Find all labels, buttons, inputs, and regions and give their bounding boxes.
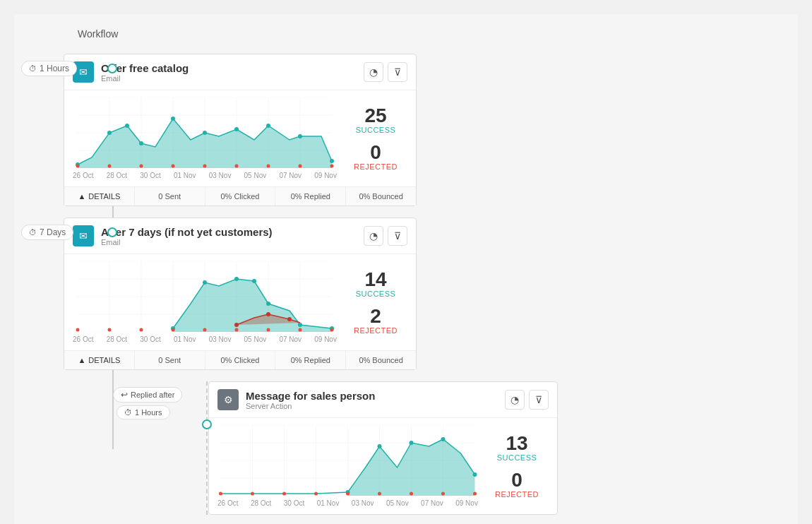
svg-point-80 bbox=[410, 441, 414, 445]
step2-details-btn[interactable]: ▲ DETAILS bbox=[64, 351, 135, 369]
svg-point-90 bbox=[441, 492, 445, 496]
step1-success-count: 25 bbox=[344, 106, 407, 126]
svg-point-53 bbox=[234, 323, 239, 327]
svg-point-54 bbox=[266, 312, 270, 316]
sub-card-title: Message for sales person bbox=[246, 390, 375, 402]
replied-after-badge: ↩ Replied after bbox=[113, 387, 182, 403]
svg-point-25 bbox=[140, 165, 143, 168]
clock-icon-2 bbox=[29, 227, 37, 237]
step1-body: 26 Oct 28 Oct 30 Oct 01 Nov 03 Nov 05 No… bbox=[64, 90, 416, 186]
step-section: 1 Hours ✉ Offer free catalog Email bbox=[21, 54, 784, 515]
svg-point-26 bbox=[172, 165, 175, 168]
reply-icon: ↩ bbox=[121, 390, 128, 400]
step2-bounced-stat: 0% Bounced bbox=[346, 351, 416, 369]
svg-point-31 bbox=[330, 165, 334, 168]
step1-pie-btn[interactable] bbox=[364, 62, 383, 82]
step1-wrapper: 1 Hours ✉ Offer free catalog Email bbox=[21, 54, 784, 206]
step1-rejected-count: 0 bbox=[344, 143, 407, 162]
step1-dot bbox=[107, 64, 117, 73]
step2-chart-area: 26 Oct 28 Oct 30 Oct 01 Nov 03 Nov 05 No… bbox=[73, 261, 337, 343]
sub-chart-labels: 26 Oct 28 Oct 30 Oct 01 Nov 03 Nov 05 No… bbox=[217, 499, 478, 507]
step2-filter-btn[interactable] bbox=[388, 226, 407, 246]
step2-sent-stat: 0 Sent bbox=[135, 351, 205, 369]
svg-point-61 bbox=[235, 328, 239, 332]
svg-point-89 bbox=[410, 492, 413, 496]
step2-body: 26 Oct 28 Oct 30 Oct 01 Nov 03 Nov 05 No… bbox=[64, 254, 416, 350]
step1-sent-stat: 0 Sent bbox=[135, 187, 205, 206]
svg-point-83 bbox=[219, 492, 222, 496]
step1-subtitle: Email bbox=[101, 74, 189, 83]
workflow-container: Workflow 1 Hours ✉ Offer free catalog Em… bbox=[14, 14, 798, 524]
step1-replied-stat: 0% Replied bbox=[275, 187, 346, 206]
step1-clicked-stat: 0% Clicked bbox=[205, 187, 276, 206]
step1-success-label: SUCCESS bbox=[344, 126, 407, 134]
sub-step-wrapper: ↩ Replied after ⏱ 1 Hours ⚙ Message for … bbox=[21, 381, 784, 515]
svg-point-58 bbox=[140, 328, 143, 332]
sub-step-timer: ⏱ 1 Hours bbox=[117, 405, 170, 419]
step2-subtitle: Email bbox=[101, 238, 273, 246]
sub-card-subtitle: Server Action bbox=[246, 402, 375, 410]
step1-rejected-label: REJECTED bbox=[344, 162, 407, 171]
step2-clicked-stat: 0% Clicked bbox=[205, 351, 276, 369]
step2-footer: ▲ DETAILS 0 Sent 0% Clicked 0% Replied 0… bbox=[64, 350, 416, 369]
sub-gear-icon: ⚙ bbox=[217, 389, 239, 410]
step2-replied-stat: 0% Replied bbox=[275, 351, 346, 369]
pie-icon-sub bbox=[511, 394, 519, 405]
svg-point-49 bbox=[252, 279, 256, 283]
svg-point-59 bbox=[172, 328, 175, 332]
svg-point-17 bbox=[171, 117, 175, 121]
step1-chart-svg bbox=[73, 97, 337, 168]
sub-card-header: ⚙ Message for sales person Server Action bbox=[209, 382, 557, 418]
svg-point-51 bbox=[298, 323, 302, 327]
svg-point-48 bbox=[234, 277, 239, 281]
sub-step-dot bbox=[202, 419, 212, 429]
step1-card: ✉ Offer free catalog Email bbox=[64, 54, 417, 206]
sub-timeline-line bbox=[206, 381, 208, 515]
step2-wrapper: 7 Days ✉ After 7 days (if not yet custom… bbox=[21, 218, 784, 370]
svg-point-62 bbox=[267, 328, 270, 332]
step1-header: ✉ Offer free catalog Email bbox=[64, 54, 416, 90]
step2-chart-svg bbox=[73, 261, 337, 332]
svg-point-50 bbox=[266, 302, 270, 306]
sub-pie-btn[interactable] bbox=[505, 390, 525, 410]
svg-point-88 bbox=[378, 492, 381, 496]
step2-pie-btn[interactable] bbox=[364, 226, 383, 246]
svg-point-15 bbox=[125, 124, 129, 128]
svg-point-64 bbox=[330, 328, 334, 332]
svg-point-27 bbox=[203, 165, 207, 168]
step1-bounced-stat: 0% Bounced bbox=[346, 187, 416, 206]
step1-details-btn[interactable]: ▲ DETAILS bbox=[64, 187, 135, 206]
step2-chart-labels: 26 Oct 28 Oct 30 Oct 01 Nov 03 Nov 05 No… bbox=[73, 335, 337, 343]
svg-marker-77 bbox=[348, 439, 475, 496]
workflow-title: Workflow bbox=[21, 28, 784, 40]
sub-success-label: SUCCESS bbox=[485, 453, 549, 462]
step1-chart-labels: 26 Oct 28 Oct 30 Oct 01 Nov 03 Nov 05 No… bbox=[73, 172, 337, 179]
sub-stats: 13 SUCCESS 0 REJECTED bbox=[485, 425, 549, 507]
svg-point-23 bbox=[76, 165, 80, 168]
chart-icon-2: ▲ bbox=[78, 356, 85, 364]
step2-dot bbox=[107, 227, 117, 237]
chart-icon-1: ▲ bbox=[78, 192, 85, 201]
svg-point-18 bbox=[203, 131, 207, 135]
sub-filter-btn[interactable] bbox=[529, 390, 549, 410]
svg-point-84 bbox=[251, 492, 254, 496]
pie-icon-1 bbox=[369, 66, 378, 78]
svg-point-28 bbox=[235, 165, 239, 168]
svg-point-91 bbox=[473, 492, 477, 496]
svg-point-60 bbox=[203, 328, 207, 332]
step2-email-icon: ✉ bbox=[73, 225, 94, 246]
step2-stats: 14 SUCCESS 2 REJECTED bbox=[344, 261, 407, 343]
step2-success-count: 14 bbox=[344, 270, 407, 290]
step1-filter-btn[interactable] bbox=[388, 62, 407, 82]
clock-icon-sub: ⏱ bbox=[124, 408, 132, 417]
svg-point-14 bbox=[107, 131, 112, 135]
sub-chart-svg bbox=[217, 425, 478, 496]
svg-point-56 bbox=[76, 328, 80, 332]
filter-icon-sub bbox=[535, 394, 542, 405]
step2-card: ✉ After 7 days (if not yet customers) Em… bbox=[64, 218, 417, 370]
svg-point-87 bbox=[346, 492, 350, 496]
pie-icon-2 bbox=[369, 230, 378, 242]
sub-success-count: 13 bbox=[485, 434, 549, 453]
svg-point-81 bbox=[441, 437, 446, 441]
sub-step-card: ⚙ Message for sales person Server Action bbox=[208, 381, 558, 515]
